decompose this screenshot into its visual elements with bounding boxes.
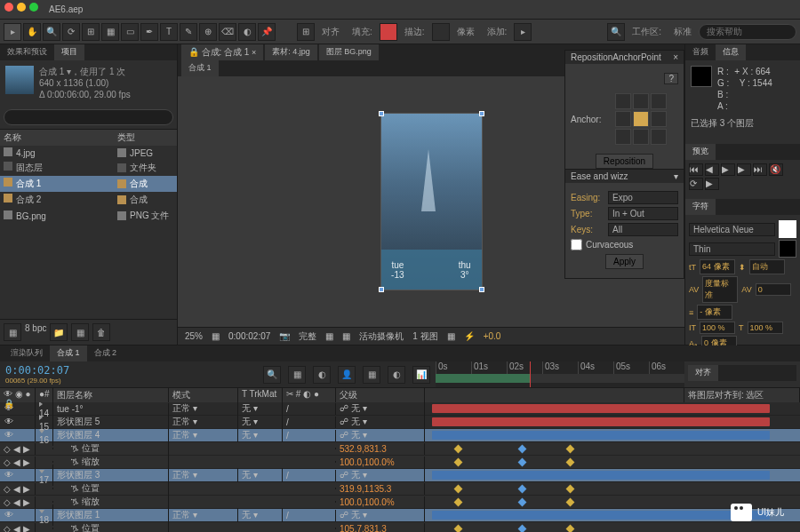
puppet-tool[interactable]: 📌	[258, 23, 276, 41]
anchor-bc[interactable]	[633, 129, 649, 145]
prev-frame-button[interactable]: ◀	[705, 163, 719, 176]
keyframe[interactable]	[453, 498, 462, 507]
fill-swatch[interactable]	[380, 23, 397, 41]
graph-editor-icon[interactable]: 📊	[412, 366, 430, 384]
add-menu[interactable]: ▸	[514, 23, 532, 41]
hand-tool[interactable]: ✋	[23, 23, 41, 41]
window-minimize[interactable]	[17, 3, 26, 12]
anchor-tc[interactable]	[633, 93, 649, 109]
reposition-button[interactable]: Reposition	[596, 154, 653, 169]
leading-input[interactable]: 自动	[749, 259, 785, 274]
col-mode[interactable]: 模式	[169, 388, 238, 402]
comp-tab-src2[interactable]: 图层 BG.png	[319, 44, 379, 60]
anchor-tl[interactable]	[615, 93, 631, 109]
property-value[interactable]: 100.0,100.0%	[336, 457, 425, 468]
expand-icon[interactable]	[39, 415, 43, 420]
ram-preview-button[interactable]: ▶	[705, 178, 719, 190]
trkmat-select[interactable]: 无 ▾	[242, 470, 258, 480]
layer-bar[interactable]	[432, 404, 770, 413]
clone-tool[interactable]: ⊕	[199, 23, 217, 41]
roi-icon[interactable]: ▦	[325, 331, 333, 341]
stroke-width-input[interactable]: - 像素	[697, 305, 732, 320]
layer-bar[interactable]	[432, 511, 770, 520]
align-to-select[interactable]: 选区	[746, 390, 764, 400]
roto-tool[interactable]: ◐	[238, 23, 256, 41]
hscale-input[interactable]: 100 %	[748, 322, 783, 334]
stroke-color-swatch[interactable]	[779, 240, 796, 258]
project-item[interactable]: 合成 2合成	[0, 192, 177, 208]
col-trkmat[interactable]: T TrkMat	[238, 388, 283, 402]
keyframe[interactable]	[566, 458, 575, 467]
grid-icon[interactable]: ▦	[342, 331, 350, 341]
zoom-tool[interactable]: 🔍	[43, 23, 60, 41]
col-layer-name[interactable]: 图层名称	[53, 388, 169, 402]
vscale-input[interactable]: 100 %	[700, 322, 735, 334]
zoom-level[interactable]: 25%	[185, 331, 203, 341]
next-frame-button[interactable]: ▶	[737, 163, 751, 176]
snap-toggle[interactable]: ⊞	[297, 23, 315, 41]
comp-tab-main[interactable]: 🔒 合成: 合成 1 ×	[181, 44, 263, 60]
tab-comp1[interactable]: 合成 1	[50, 345, 87, 361]
rotate-tool[interactable]: ⟳	[62, 23, 80, 41]
property-value[interactable]: 105.7,831.3	[336, 523, 425, 533]
project-item[interactable]: BG.pngPNG 文件	[0, 208, 177, 224]
property-value[interactable]: 319.9,1135.3	[336, 483, 425, 495]
play-button[interactable]: ▶	[721, 163, 735, 176]
interpret-footage-icon[interactable]: ▦	[4, 323, 21, 341]
col-type-header[interactable]: 类型	[117, 131, 135, 144]
tracking-input[interactable]: 0	[756, 283, 791, 296]
visibility-toggle[interactable]: 👁	[4, 403, 14, 414]
anchor-center[interactable]	[633, 111, 649, 127]
tab-audio[interactable]: 音频	[685, 44, 716, 60]
apply-button[interactable]: Apply	[605, 254, 644, 269]
selection-tool[interactable]: ▸	[4, 23, 21, 41]
keyframe[interactable]	[517, 445, 526, 454]
property-row[interactable]: ◇ ◀ ▶ ዄ 位置 532.9,831.3	[0, 442, 800, 456]
property-row[interactable]: ◇ ◀ ▶ ዄ 缩放 100.0,100.0%	[0, 456, 800, 469]
search-icon[interactable]: 🔍	[607, 23, 625, 41]
col-parent[interactable]: 父级	[336, 388, 425, 402]
anchor-bl[interactable]	[615, 129, 631, 145]
handle-br[interactable]	[479, 287, 484, 292]
keyframe[interactable]	[566, 445, 575, 454]
window-maximize[interactable]	[29, 3, 38, 12]
close-icon[interactable]: ×	[673, 52, 678, 62]
tab-comp2[interactable]: 合成 2	[87, 345, 124, 361]
visibility-toggle[interactable]: 👁	[4, 430, 14, 441]
trkmat-select[interactable]: 无 ▾	[242, 417, 258, 426]
fast-preview-icon[interactable]: ⚡	[464, 331, 475, 341]
parent-select[interactable]: ☍ 无 ▾	[340, 510, 367, 520]
trash-icon[interactable]: 🗑	[92, 323, 110, 341]
parent-select[interactable]: ☍ 无 ▾	[340, 470, 367, 480]
tab-info[interactable]: 信息	[716, 44, 746, 60]
eraser-tool[interactable]: ⌫	[219, 23, 236, 41]
loop-button[interactable]: ⟳	[689, 178, 703, 190]
new-folder-icon[interactable]: 📁	[50, 323, 68, 341]
expand-icon[interactable]	[39, 402, 43, 407]
layer-row[interactable]: 👁 14 tue -1° 正常 ▾ 无 ▾ / ☍ 无 ▾	[0, 402, 800, 416]
type-select[interactable]: In + Out	[608, 207, 678, 220]
draft-3d-icon[interactable]: ◐	[313, 366, 331, 384]
tl-search-icon[interactable]: 🔍	[263, 366, 281, 384]
tab-effects[interactable]: 效果和预设	[0, 44, 54, 60]
snapshot-icon[interactable]: 📷	[279, 331, 290, 341]
keys-select[interactable]: All	[608, 223, 678, 236]
curvaceous-checkbox[interactable]	[571, 239, 582, 250]
tab-preview[interactable]: 预览	[685, 144, 716, 160]
stroke-swatch[interactable]	[432, 23, 450, 41]
layer-bar[interactable]	[432, 417, 770, 426]
camera-tool[interactable]: ⊞	[82, 23, 100, 41]
shape-tool[interactable]: ▭	[121, 23, 139, 41]
text-tool[interactable]: T	[160, 23, 178, 41]
expand-icon[interactable]	[39, 470, 44, 473]
expand-icon[interactable]	[39, 430, 44, 433]
camera-menu[interactable]: 活动摄像机	[359, 330, 404, 343]
font-family-select[interactable]: Helvetica Neue	[689, 223, 775, 236]
layer-row[interactable]: 👁 18 形状图层 1 正常 ▾ 无 ▾ / ☍ 无 ▾	[0, 509, 800, 522]
workspace-value[interactable]: 标准	[674, 26, 692, 38]
layer-row[interactable]: 👁 15 形状图层 5 正常 ▾ 无 ▾ / ☍ 无 ▾	[0, 416, 800, 429]
keyframe[interactable]	[517, 485, 526, 494]
comp-tab-src1[interactable]: 素材: 4.jpg	[265, 44, 317, 60]
project-search[interactable]	[4, 109, 173, 125]
font-style-select[interactable]: Thin	[689, 242, 775, 256]
